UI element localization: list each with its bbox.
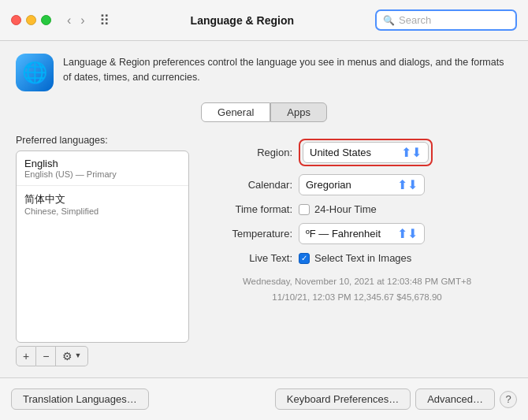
- calendar-select[interactable]: Gregorian ⬆⬇: [299, 174, 425, 195]
- remove-language-button[interactable]: −: [36, 346, 56, 366]
- back-button[interactable]: ‹: [64, 13, 74, 28]
- maximize-button[interactable]: [41, 15, 51, 25]
- list-item[interactable]: 简体中文 Chinese, Simplified: [17, 186, 188, 222]
- bottom-right-buttons: Keyboard Preferences… Advanced… ?: [275, 388, 517, 410]
- live-text-checkbox-row: ✓ Select Text in Images: [299, 252, 411, 264]
- titlebar: ‹ › ⠿ Language & Region 🔍: [0, 0, 528, 41]
- languages-panel: Preferred languages: English English (US…: [16, 135, 189, 366]
- temperature-value: ºF — Fahrenheit: [306, 228, 381, 240]
- region-select[interactable]: United States ⬆⬇: [303, 142, 429, 163]
- gear-icon: ⚙: [62, 349, 73, 363]
- tab-general[interactable]: General: [201, 102, 270, 122]
- calendar-value: Gregorian: [306, 179, 351, 191]
- language-options-button[interactable]: ⚙ ▼: [56, 346, 88, 366]
- time-format-checkbox-row: 24-Hour Time: [299, 203, 377, 215]
- search-input[interactable]: [399, 14, 509, 26]
- live-text-checkbox[interactable]: ✓: [299, 253, 310, 264]
- region-highlight: United States ⬆⬇: [299, 139, 433, 166]
- calendar-row: Calendar: Gregorian ⬆⬇: [202, 170, 512, 199]
- chevron-down-icon: ▼: [74, 351, 81, 361]
- preview-line2: 11/10/21, 12:03 PM 12,345.67 $45,678.90: [202, 290, 512, 306]
- globe-icon: 🌐: [16, 54, 54, 91]
- region-label: Region:: [202, 147, 292, 158]
- time-format-checkbox[interactable]: [299, 204, 310, 215]
- temperature-row: Temperature: ºF — Fahrenheit ⬆⬇: [202, 219, 512, 248]
- chevron-icon: ⬆⬇: [401, 145, 422, 160]
- live-text-checkbox-label: Select Text in Images: [314, 252, 411, 264]
- forward-button[interactable]: ›: [77, 13, 87, 28]
- search-icon: 🔍: [383, 15, 395, 26]
- window-title: Language & Region: [117, 14, 367, 27]
- info-description: Language & Region preferences control th…: [63, 54, 512, 85]
- temperature-label: Temperature:: [202, 228, 292, 240]
- time-format-row: Time format: 24-Hour Time: [202, 199, 512, 219]
- time-format-label: Time format:: [202, 203, 292, 215]
- region-value: United States: [310, 147, 371, 158]
- advanced-button[interactable]: Advanced…: [415, 388, 495, 410]
- time-format-checkbox-label: 24-Hour Time: [314, 203, 377, 215]
- add-language-button[interactable]: +: [16, 346, 36, 366]
- languages-toolbar: + − ⚙ ▼: [16, 346, 189, 366]
- checkmark-icon: ✓: [301, 255, 307, 262]
- region-row: Region: United States ⬆⬇: [202, 135, 512, 170]
- language-subtitle: Chinese, Simplified: [24, 206, 180, 216]
- chevron-icon: ⬆⬇: [397, 177, 418, 192]
- list-item[interactable]: English English (US) — Primary: [17, 151, 188, 186]
- preview-line1: Wednesday, November 10, 2021 at 12:03:48…: [202, 274, 512, 290]
- nav-buttons: ‹ ›: [64, 13, 88, 28]
- tab-apps[interactable]: Apps: [270, 102, 327, 122]
- translation-languages-button[interactable]: Translation Languages…: [11, 388, 149, 410]
- calendar-label: Calendar:: [202, 179, 292, 191]
- language-subtitle: English (US) — Primary: [24, 169, 180, 179]
- info-banner: 🌐 Language & Region preferences control …: [16, 54, 512, 91]
- language-name: English: [24, 158, 180, 169]
- search-box[interactable]: 🔍: [375, 9, 517, 31]
- language-name: 简体中文: [24, 192, 180, 206]
- live-text-label: Live Text:: [202, 252, 292, 264]
- help-button[interactable]: ?: [500, 391, 517, 408]
- tabs: General Apps: [16, 102, 512, 122]
- traffic-lights: [11, 15, 51, 25]
- bottom-left-buttons: Translation Languages…: [11, 388, 149, 410]
- minimize-button[interactable]: [26, 15, 36, 25]
- keyboard-preferences-button[interactable]: Keyboard Preferences…: [275, 388, 411, 410]
- live-text-row: Live Text: ✓ Select Text in Images: [202, 248, 512, 268]
- languages-label: Preferred languages:: [16, 135, 189, 146]
- languages-list: English English (US) — Primary 简体中文 Chin…: [16, 151, 189, 343]
- grid-icon: ⠿: [99, 12, 110, 29]
- settings-panel: Region: United States ⬆⬇ Calendar: Grego…: [202, 135, 512, 366]
- temperature-select[interactable]: ºF — Fahrenheit ⬆⬇: [299, 223, 425, 244]
- bottom-bar: Translation Languages… Keyboard Preferen…: [0, 377, 528, 420]
- preview-box: Wednesday, November 10, 2021 at 12:03:48…: [202, 274, 512, 305]
- chevron-icon: ⬆⬇: [397, 226, 418, 241]
- main-content: 🌐 Language & Region preferences control …: [0, 41, 528, 377]
- close-button[interactable]: [11, 15, 21, 25]
- main-area: Preferred languages: English English (US…: [16, 135, 512, 366]
